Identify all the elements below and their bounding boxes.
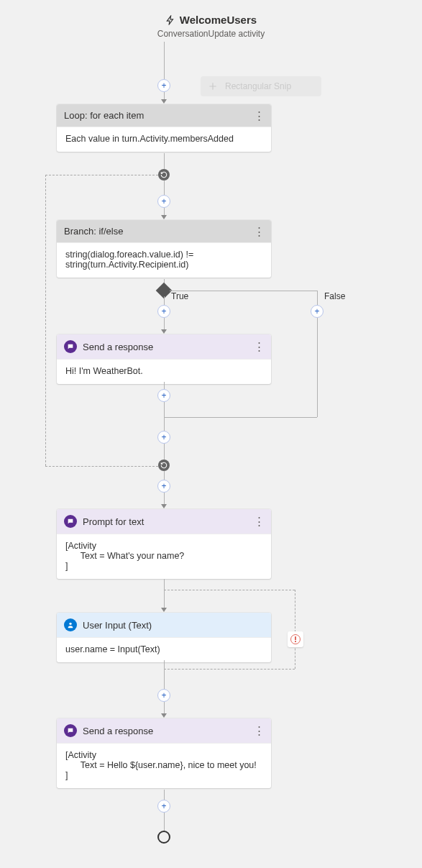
snip-label: Rectangular Snip (225, 81, 291, 91)
add-node-button[interactable]: + (311, 305, 324, 318)
trigger-name: WelcomeUsers (180, 14, 257, 26)
kebab-icon[interactable]: ⋮ (254, 727, 264, 734)
add-node-button[interactable]: + (157, 689, 170, 702)
send-response-title: Send a response (83, 342, 153, 352)
user-icon (64, 618, 77, 631)
add-node-button[interactable]: + (157, 79, 170, 92)
arrow-down-icon (161, 713, 167, 718)
connector (164, 153, 165, 169)
kebab-icon[interactable]: ⋮ (254, 112, 264, 119)
prompt-body: [Activity Text = What's your name? ] (57, 534, 271, 579)
add-node-button[interactable]: + (157, 389, 170, 402)
connector (164, 92, 165, 99)
send-response-title: Send a response (83, 726, 153, 736)
plus-icon (208, 81, 218, 91)
arrow-down-icon (161, 504, 167, 508)
loop-body: Each value in turn.Activity.membersAdded (57, 127, 271, 152)
branch-true-label: True (171, 291, 188, 301)
connector (317, 318, 318, 417)
error-icon (290, 634, 301, 644)
chat-icon (64, 340, 77, 353)
connector (164, 471, 165, 480)
loop-card[interactable]: Loop: for each item ⋮ Each value in turn… (57, 104, 271, 152)
kebab-icon[interactable]: ⋮ (254, 518, 264, 525)
send-response-body: Hi! I'm WeatherBot. (57, 359, 271, 384)
connector (164, 181, 165, 195)
connector (164, 296, 165, 305)
branch-card[interactable]: Branch: if/else ⋮ string(dialog.foreach.… (57, 220, 271, 278)
add-node-button[interactable]: + (157, 195, 170, 208)
add-node-button[interactable]: + (157, 480, 170, 493)
arrow-down-icon (161, 608, 167, 612)
rectangular-snip-button[interactable]: Rectangular Snip (201, 76, 321, 96)
connector (164, 382, 165, 389)
connector (164, 790, 165, 800)
branch-false-label: False (324, 291, 345, 301)
send-response-body: [Activity Text = Hello ${user.name}, nic… (57, 743, 271, 788)
add-node-button[interactable]: + (157, 431, 170, 444)
loop-title: Loop: for each item (64, 110, 144, 121)
add-node-button[interactable]: + (157, 800, 170, 813)
connector (164, 444, 165, 460)
send-response-card[interactable]: Send a response ⋮ Hi! I'm WeatherBot. (57, 334, 271, 384)
connector (164, 493, 165, 504)
retry-path (164, 590, 295, 590)
chat-icon (64, 724, 77, 737)
connector (164, 702, 165, 713)
loop-return-path (45, 175, 158, 175)
loop-start-node (158, 169, 170, 181)
connector (164, 208, 165, 215)
add-node-button[interactable]: + (157, 305, 170, 318)
connector (164, 42, 165, 79)
prompt-text-card[interactable]: Prompt for text ⋮ [Activity Text = What'… (57, 509, 271, 579)
connector (164, 579, 165, 608)
chat-icon (64, 515, 77, 528)
connector (164, 402, 165, 431)
trigger-subtitle: ConversationUpdate activity (0, 29, 422, 39)
send-response-card[interactable]: Send a response ⋮ [Activity Text = Hello… (57, 718, 271, 788)
arrow-down-icon (161, 329, 167, 334)
retry-path (295, 590, 295, 669)
connector (164, 318, 165, 329)
branch-title: Branch: if/else (64, 226, 123, 237)
loop-return-path (45, 466, 158, 467)
end-node (157, 831, 170, 844)
user-input-title: User Input (Text) (83, 620, 152, 631)
connector (164, 660, 165, 689)
prompt-title: Prompt for text (83, 516, 144, 527)
trigger-title: WelcomeUsers (0, 14, 422, 27)
user-input-card[interactable]: User Input (Text) user.name = Input(Text… (57, 613, 271, 662)
connector (164, 813, 165, 831)
branch-body: string(dialog.foreach.value.id) != strin… (57, 242, 271, 278)
svg-point-0 (69, 623, 71, 625)
arrow-down-icon (161, 99, 167, 104)
user-input-body: user.name = Input(Text) (57, 637, 271, 662)
error-badge[interactable] (288, 631, 303, 647)
connector (164, 417, 317, 418)
connector (170, 291, 317, 291)
loop-end-node (158, 460, 170, 471)
connector (317, 291, 318, 305)
arrow-down-icon (161, 215, 167, 219)
kebab-icon[interactable]: ⋮ (254, 343, 264, 350)
loop-return-path (45, 175, 46, 466)
retry-path (164, 669, 295, 670)
bolt-icon (165, 15, 175, 25)
kebab-icon[interactable]: ⋮ (254, 228, 264, 235)
